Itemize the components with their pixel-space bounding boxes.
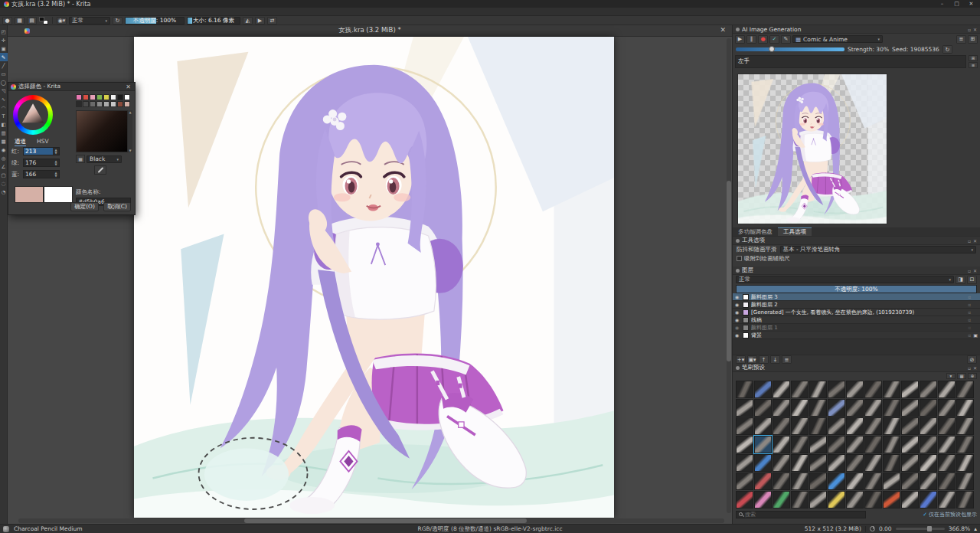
- eraser-toggle-button[interactable]: ▶: [255, 17, 265, 25]
- brush-tip-icon[interactable]: ●: [2, 17, 12, 25]
- freehand-brush-tool[interactable]: ✎: [0, 53, 8, 61]
- brush-preset-thumbnail[interactable]: [736, 381, 753, 398]
- brush-preset-thumbnail[interactable]: [809, 381, 827, 398]
- gradient-selector-button[interactable]: ▤: [27, 17, 37, 25]
- brush-preset-thumbnail[interactable]: [920, 436, 937, 453]
- ai-settings-button[interactable]: ⊞: [968, 35, 978, 44]
- brush-preset-thumbnail[interactable]: [773, 491, 790, 508]
- palette-swatch[interactable]: [110, 101, 116, 107]
- brush-preset-thumbnail[interactable]: [938, 473, 956, 490]
- brush-preset-thumbnail[interactable]: [956, 417, 974, 435]
- brush-preset-thumbnail[interactable]: [864, 381, 882, 398]
- move-tool[interactable]: ✛: [0, 36, 8, 44]
- brush-preset-thumbnail[interactable]: [828, 381, 845, 398]
- alpha-lock-icon[interactable]: α: [968, 332, 971, 338]
- brush-preset-thumbnail[interactable]: [791, 473, 808, 490]
- brush-preset-thumbnail[interactable]: [773, 381, 790, 398]
- brush-preset-thumbnail[interactable]: [901, 399, 919, 417]
- blend-mode-combo[interactable]: 正常▾: [69, 17, 110, 25]
- brush-preset-thumbnail[interactable]: [938, 417, 956, 435]
- brush-preset-thumbnail[interactable]: [828, 399, 845, 417]
- brush-preset-thumbnail[interactable]: [864, 436, 882, 453]
- foreground-background-color-widget[interactable]: [39, 17, 48, 25]
- alpha-lock-icon[interactable]: α: [968, 317, 971, 322]
- ellipse-select-tool[interactable]: ◌: [0, 179, 8, 188]
- brush-preset-thumbnail[interactable]: [791, 399, 808, 417]
- mirror-toggle-button[interactable]: ⇄: [267, 17, 277, 25]
- palette-swatch[interactable]: [83, 94, 89, 100]
- cancel-button[interactable]: 取消(C): [103, 202, 131, 211]
- docker-float-icon[interactable]: ▫: [968, 238, 971, 244]
- palette-swatch[interactable]: [103, 94, 109, 100]
- ai-region-button[interactable]: ⊞: [969, 55, 978, 61]
- brush-preset-thumbnail[interactable]: [791, 491, 808, 508]
- snap-assistants-checkbox[interactable]: [737, 256, 742, 261]
- brush-preset-thumbnail[interactable]: [846, 417, 864, 435]
- docker-float-icon[interactable]: ▫: [968, 365, 971, 371]
- brush-preset-thumbnail[interactable]: [864, 417, 882, 435]
- brush-preset-thumbnail[interactable]: [809, 454, 827, 472]
- brush-preset-thumbnail[interactable]: [809, 399, 827, 417]
- rectangular-select-tool[interactable]: ▢: [0, 171, 8, 179]
- palette-swatch[interactable]: [96, 94, 103, 100]
- docker-float-icon[interactable]: ▫: [968, 268, 971, 273]
- brush-tag-combo[interactable]: ▾: [946, 373, 956, 379]
- palette-swatch[interactable]: [117, 101, 123, 107]
- brush-preset-thumbnail[interactable]: [791, 454, 808, 472]
- move-layer-up-button[interactable]: ↑: [759, 355, 769, 364]
- layer-visibility-icon[interactable]: ◉: [735, 317, 740, 322]
- maximize-button[interactable]: □: [949, 0, 964, 8]
- ai-queue-button[interactable]: ≡: [956, 35, 966, 44]
- palette-swatch[interactable]: [96, 101, 103, 107]
- alpha-lock-icon[interactable]: α: [968, 302, 971, 307]
- brush-preset-thumbnail[interactable]: [846, 491, 864, 508]
- brush-preset-thumbnail[interactable]: [901, 381, 919, 398]
- fill-tool[interactable]: ◧: [0, 120, 8, 129]
- menu-item[interactable]: [47, 8, 55, 16]
- brush-preset-thumbnail[interactable]: [864, 454, 882, 472]
- ellipse-tool[interactable]: ◯: [0, 78, 8, 87]
- brush-preset-thumbnail[interactable]: [736, 399, 753, 417]
- layer-opacity-slider[interactable]: 不透明度: 100%: [736, 285, 977, 293]
- layer-row[interactable]: ◉ 背景 α ▣: [733, 332, 980, 339]
- dialog-close-icon[interactable]: ✕: [124, 83, 132, 90]
- brush-preset-thumbnail[interactable]: [956, 399, 974, 417]
- ai-generate-button[interactable]: ▶: [735, 35, 745, 44]
- canvas-horizontal-scrollbar[interactable]: [18, 518, 724, 523]
- brush-preset-thumbnail[interactable]: [828, 491, 845, 508]
- brush-preset-thumbnail[interactable]: [920, 454, 937, 472]
- layer-filter-button[interactable]: ◨: [956, 276, 965, 284]
- polygon-tool[interactable]: ◹: [0, 87, 8, 95]
- canvas-vertical-scrollbar[interactable]: [727, 38, 731, 513]
- channel-spinbox[interactable]: 176 ▲▼: [23, 159, 60, 167]
- brush-search-box[interactable]: [736, 511, 866, 518]
- palette-swatch[interactable]: [117, 94, 123, 100]
- docker-close-icon[interactable]: ✕: [973, 365, 977, 371]
- layer-blend-mode-combo[interactable]: 正常▾: [736, 276, 954, 283]
- brush-preset-thumbnail[interactable]: [883, 491, 900, 508]
- ai-pause-button[interactable]: ∥: [746, 35, 756, 44]
- brush-preset-thumbnail[interactable]: [846, 381, 864, 398]
- ai-strength-slider[interactable]: [736, 47, 844, 51]
- brush-preset-thumbnail[interactable]: [736, 491, 753, 508]
- menu-item[interactable]: [32, 8, 40, 16]
- brush-preset-thumbnail[interactable]: [920, 399, 937, 417]
- layer-visibility-icon[interactable]: ◉: [735, 294, 740, 299]
- brush-preset-thumbnail[interactable]: [846, 473, 864, 490]
- dialog-title-bar[interactable]: 选择颜色 - Krita ✕: [8, 83, 135, 91]
- brush-preset-thumbnail[interactable]: [773, 473, 790, 490]
- brush-preset-thumbnail[interactable]: [791, 381, 808, 398]
- brush-preset-thumbnail[interactable]: [883, 473, 900, 490]
- layer-visibility-icon[interactable]: ◉: [735, 309, 740, 315]
- docker-close-icon[interactable]: ✕: [973, 27, 977, 32]
- stabilizer-mode-combo[interactable]: 基本 - 只平滑笔画转角▾: [780, 246, 977, 253]
- layer-view-button[interactable]: ⊡: [967, 276, 977, 284]
- current-bundle-filter[interactable]: ✓ 仅在当前预设包显示: [923, 511, 977, 518]
- brush-preset-thumbnail[interactable]: [938, 491, 956, 508]
- docker-tab[interactable]: 多功能调色盘: [733, 227, 778, 236]
- text-tool[interactable]: T: [0, 112, 8, 120]
- opacity-slider[interactable]: 不透明度: 100%: [125, 17, 185, 25]
- brush-editor-button[interactable]: ◉▾: [57, 17, 67, 25]
- brush-view-mode-button[interactable]: ▦: [957, 373, 966, 379]
- brush-preset-thumbnail[interactable]: [920, 473, 937, 490]
